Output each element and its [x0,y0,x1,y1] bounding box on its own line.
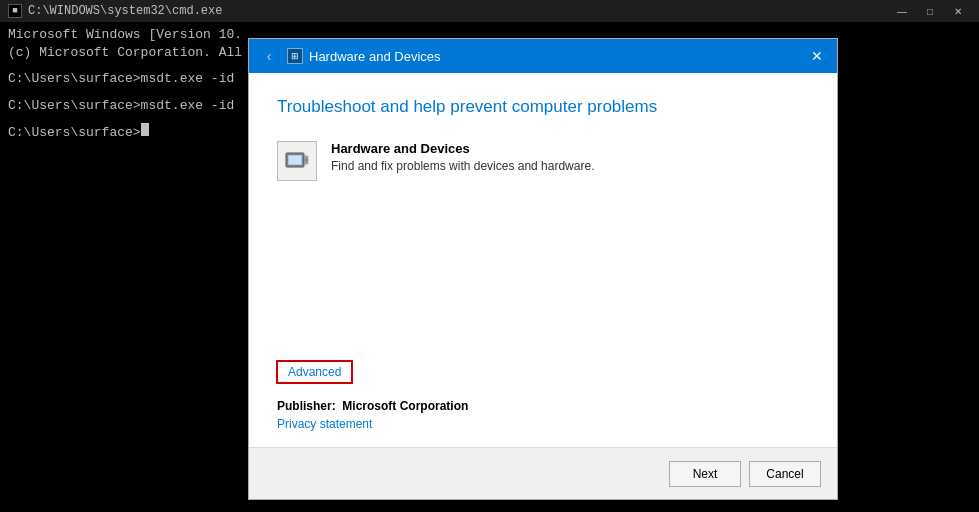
next-button[interactable]: Next [669,461,741,487]
cancel-button[interactable]: Cancel [749,461,821,487]
dialog-titlebar-left: ‹ ⊞ Hardware and Devices [257,44,797,68]
dialog-content: Troubleshoot and help prevent computer p… [249,73,837,447]
troubleshoot-text: Hardware and Devices Find and fix proble… [331,141,594,173]
item-description: Find and fix problems with devices and h… [331,159,594,173]
hardware-icon [277,141,317,181]
spacer [277,197,809,361]
hardware-devices-dialog: ‹ ⊞ Hardware and Devices ✕ Troubleshoot … [248,38,838,500]
dialog-title: Hardware and Devices [309,49,441,64]
publisher-label: Publisher: [277,399,336,413]
dialog-heading: Troubleshoot and help prevent computer p… [277,97,809,117]
advanced-section: Advanced [277,361,809,383]
troubleshoot-item: Hardware and Devices Find and fix proble… [277,141,809,181]
svg-rect-1 [288,155,302,165]
privacy-statement-link[interactable]: Privacy statement [277,417,809,431]
svg-rect-3 [305,158,307,162]
dialog-titlebar: ‹ ⊞ Hardware and Devices ✕ [249,39,837,73]
advanced-button[interactable]: Advanced [277,361,352,383]
dialog-footer: Next Cancel [249,447,837,499]
dialog-overlay: ‹ ⊞ Hardware and Devices ✕ Troubleshoot … [0,0,979,512]
item-title: Hardware and Devices [331,141,594,156]
publisher-line: Publisher: Microsoft Corporation [277,399,809,413]
dialog-back-button[interactable]: ‹ [257,44,281,68]
publisher-name: Microsoft Corporation [342,399,468,413]
dialog-title-icon: ⊞ [287,48,303,64]
dialog-close-button[interactable]: ✕ [805,44,829,68]
